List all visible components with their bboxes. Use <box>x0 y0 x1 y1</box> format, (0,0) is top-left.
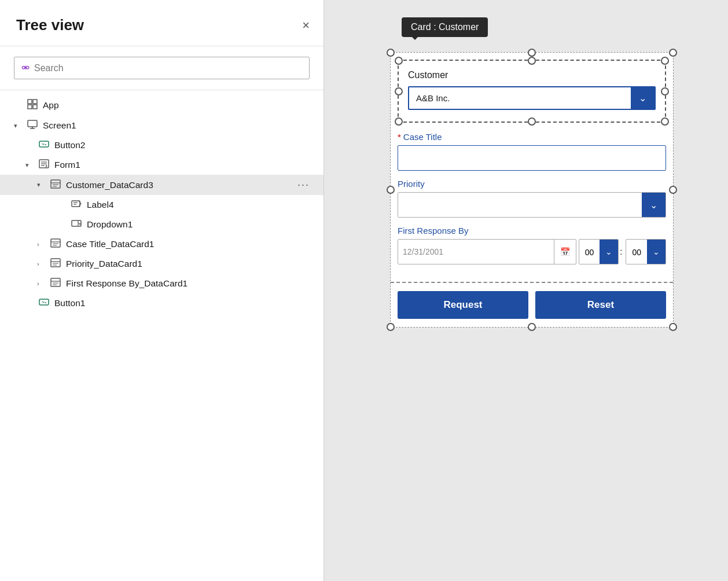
chevron-screen1: ▾ <box>14 122 22 130</box>
label-icon <box>71 199 82 211</box>
datacard2-icon <box>50 238 61 250</box>
handle-top-center[interactable] <box>528 49 536 57</box>
chevron-customer-datacard3: ▾ <box>37 181 45 189</box>
customer-handle-top-center[interactable] <box>528 57 536 65</box>
customer-datacard[interactable]: Customer A&B Inc. ⌄ <box>398 60 666 123</box>
tree-item-dropdown1[interactable]: Dropdown1 <box>0 215 323 234</box>
tree-view-panel: Tree view × ⚮ App ▾ <box>0 0 324 581</box>
tree-item-screen1[interactable]: ▾ Screen1 <box>0 116 323 135</box>
tree-item-label4[interactable]: Label4 <box>0 195 323 215</box>
more-options-button[interactable]: ··· <box>297 179 310 191</box>
hour-dropdown-button[interactable]: ⌄ <box>600 240 618 264</box>
app-icon <box>27 99 38 112</box>
tree-item-form1[interactable]: ▾ Form1 <box>0 155 323 175</box>
handle-bottom-center[interactable] <box>528 323 536 331</box>
customer-handle-middle-left[interactable] <box>395 87 403 95</box>
handle-bottom-left[interactable] <box>387 323 395 331</box>
tooltip-bubble: Card : Customer <box>402 17 488 37</box>
form-icon <box>38 159 50 171</box>
customer-handle-top-left[interactable] <box>395 57 403 65</box>
case-title-label: * Case Title <box>398 132 666 142</box>
minute-value: 00 <box>626 240 647 264</box>
minute-dropdown-button[interactable]: ⌄ <box>647 240 666 264</box>
reset-button[interactable]: Reset <box>535 291 666 319</box>
datacard4-icon <box>50 278 61 289</box>
datacard-icon <box>50 179 61 191</box>
customer-dropdown-button[interactable]: ⌄ <box>631 87 655 109</box>
action-bar: Request Reset <box>391 282 673 327</box>
handle-middle-left[interactable] <box>387 186 395 194</box>
case-title-input[interactable] <box>398 145 666 171</box>
tree-item-button2-label: Button2 <box>54 140 310 150</box>
handle-top-right[interactable] <box>669 49 677 57</box>
panel-header: Tree view × <box>0 0 323 46</box>
datetime-row: 📅 00 ⌄ : 00 ⌄ <box>398 239 666 264</box>
customer-handle-bottom-right[interactable] <box>661 117 669 126</box>
tree-item-casetitle-label: Case Title_DataCard1 <box>66 239 310 249</box>
svg-rect-13 <box>51 180 60 188</box>
hour-group[interactable]: 00 ⌄ <box>579 239 619 264</box>
tree-item-casetitle-datacard1[interactable]: › Case Title_DataCard1 <box>0 234 323 254</box>
handle-middle-right[interactable] <box>669 186 677 194</box>
customer-handle-middle-right[interactable] <box>661 87 669 95</box>
search-box[interactable]: ⚮ <box>14 57 310 79</box>
chevron-firstresponse: › <box>37 280 45 287</box>
priority-label: Priority <box>398 179 666 189</box>
tree-item-priority-datacard1[interactable]: › Priority_DataCard1 <box>0 254 323 274</box>
search-icon: ⚮ <box>21 62 30 74</box>
svg-rect-3 <box>33 105 37 109</box>
request-button[interactable]: Request <box>398 291 528 319</box>
tree-item-app-label: App <box>43 100 310 111</box>
customer-handle-top-right[interactable] <box>661 57 669 65</box>
customer-handle-bottom-left[interactable] <box>395 117 403 126</box>
svg-rect-30 <box>51 278 60 286</box>
svg-rect-1 <box>33 100 37 104</box>
customer-dropdown[interactable]: A&B Inc. ⌄ <box>408 86 656 110</box>
svg-point-35 <box>45 302 46 303</box>
case-title-label-text: Case Title <box>403 132 442 142</box>
chevron-casetitle: › <box>37 241 45 248</box>
svg-rect-20 <box>72 220 81 226</box>
minute-group[interactable]: 00 ⌄ <box>626 239 666 264</box>
first-response-label: First Response By <box>398 226 666 236</box>
tree-item-label4-label: Label4 <box>87 200 310 210</box>
customer-handle-bottom-center[interactable] <box>528 117 536 126</box>
svg-point-8 <box>45 144 46 145</box>
hour-value: 00 <box>579 240 600 264</box>
tree-item-button2[interactable]: Button2 <box>0 135 323 155</box>
svg-rect-17 <box>72 201 80 207</box>
time-colon: : <box>620 239 622 264</box>
calendar-button[interactable]: 📅 <box>554 240 576 264</box>
tree-item-dropdown1-label: Dropdown1 <box>87 219 310 230</box>
handle-top-left[interactable] <box>387 49 395 57</box>
tree-item-firstresponse-datacard1[interactable]: › First Response By_DataCard1 <box>0 274 323 293</box>
form-card: Customer A&B Inc. ⌄ * Case Title <box>390 52 674 328</box>
case-title-section: * Case Title <box>398 132 666 171</box>
chevron-form1: ▾ <box>25 161 34 169</box>
tree-item-screen1-label: Screen1 <box>43 120 310 131</box>
priority-dropdown-button[interactable]: ⌄ <box>642 193 666 217</box>
svg-rect-2 <box>28 105 32 109</box>
priority-input[interactable] <box>398 193 642 217</box>
tree-item-customer-datacard3[interactable]: ▾ Customer_DataCard3 ··· <box>0 175 323 195</box>
datacard3-icon <box>50 258 61 270</box>
tree-item-form1-label: Form1 <box>54 160 310 170</box>
tree-item-priority-label: Priority_DataCard1 <box>66 259 310 269</box>
close-button[interactable]: × <box>302 19 310 32</box>
priority-dropdown[interactable]: ⌄ <box>398 192 666 218</box>
panel-title: Tree view <box>16 16 84 34</box>
tree-item-button1-label: Button1 <box>54 298 310 308</box>
search-input[interactable] <box>34 63 302 73</box>
date-input-group[interactable]: 📅 <box>398 239 576 264</box>
svg-rect-0 <box>28 100 32 104</box>
dropdown-icon <box>71 219 82 230</box>
tree-item-app[interactable]: App <box>0 95 323 116</box>
tree-item-customer-datacard3-label: Customer_DataCard3 <box>66 180 293 190</box>
customer-dropdown-value: A&B Inc. <box>409 87 631 109</box>
tree-item-button1[interactable]: Button1 <box>0 293 323 313</box>
svg-rect-26 <box>51 259 60 267</box>
svg-rect-4 <box>28 120 37 127</box>
canvas-area: Card : Customer Customer <box>390 23 674 328</box>
handle-bottom-right[interactable] <box>669 323 677 331</box>
date-input[interactable] <box>398 240 554 264</box>
